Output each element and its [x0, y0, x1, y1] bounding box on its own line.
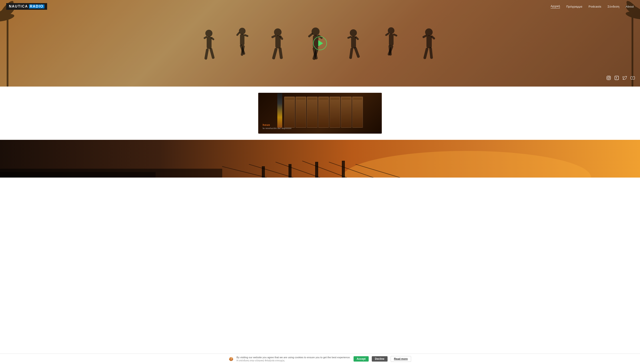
logo-nautica: NAUTICA	[9, 4, 28, 8]
svg-rect-33	[351, 36, 356, 48]
svg-rect-40	[385, 32, 389, 36]
content-section: houo la revolución del espresso	[0, 86, 640, 140]
tube-7	[352, 96, 363, 128]
svg-point-8	[205, 30, 212, 37]
svg-point-32	[350, 29, 357, 36]
play-button[interactable]	[313, 36, 327, 50]
svg-rect-17	[244, 34, 249, 37]
svg-rect-39	[389, 34, 393, 46]
svg-marker-55	[632, 77, 633, 78]
product-image: houo la revolución del espresso	[258, 93, 382, 134]
header: NAUTICA RADIO Αρχική Πρόγραμμα Podcasts …	[0, 0, 640, 13]
svg-rect-36	[349, 48, 353, 59]
svg-point-20	[274, 28, 282, 36]
hero-section: f	[0, 0, 640, 86]
svg-rect-65	[289, 164, 291, 178]
svg-rect-66	[316, 162, 318, 178]
svg-point-14	[239, 28, 246, 34]
svg-rect-48	[423, 48, 429, 59]
svg-rect-49	[429, 47, 433, 59]
twitter-icon[interactable]	[622, 76, 627, 80]
svg-rect-12	[204, 48, 209, 60]
logo-radio: RADIO	[29, 4, 45, 8]
main-nav: Αρχική Πρόγραμμα Podcasts Σύνδεση About	[551, 4, 634, 8]
dancing-silhouettes	[0, 16, 640, 86]
bottom-decoration	[0, 140, 640, 178]
nav-home[interactable]: Αρχική	[551, 4, 560, 8]
svg-rect-69	[0, 172, 155, 178]
tube-6	[341, 96, 352, 128]
svg-rect-9	[207, 36, 211, 49]
svg-rect-15	[240, 34, 245, 46]
tube-5	[330, 96, 340, 128]
tube-2	[296, 96, 306, 128]
svg-rect-45	[426, 36, 432, 48]
svg-rect-37	[354, 47, 360, 58]
bottom-section	[0, 140, 640, 178]
tube-1	[284, 96, 295, 128]
svg-rect-24	[272, 48, 278, 60]
svg-rect-16	[236, 32, 240, 36]
svg-point-51	[608, 77, 609, 79]
svg-text:f: f	[616, 76, 617, 79]
svg-rect-28	[308, 33, 313, 38]
youtube-icon[interactable]	[630, 76, 635, 80]
nav-program[interactable]: Πρόγραμμα	[566, 5, 582, 8]
nav-signin[interactable]: Σύνδεση	[607, 5, 619, 8]
svg-point-52	[609, 76, 610, 77]
brand-text: houo la revolución del espresso	[263, 124, 292, 130]
svg-rect-50	[607, 76, 611, 80]
svg-rect-21	[275, 36, 281, 48]
instagram-icon[interactable]	[606, 76, 611, 80]
svg-rect-13	[209, 48, 215, 59]
svg-rect-25	[278, 47, 283, 59]
facebook-icon[interactable]: f	[614, 76, 619, 80]
tube-3	[307, 96, 318, 128]
nav-podcasts[interactable]: Podcasts	[589, 5, 601, 8]
brush	[277, 93, 282, 128]
social-icons: f	[606, 76, 635, 80]
tube-4	[318, 96, 329, 128]
nav-about[interactable]: About	[626, 5, 634, 8]
svg-rect-67	[342, 161, 344, 178]
svg-rect-64	[262, 166, 265, 178]
logo[interactable]: NAUTICA RADIO	[6, 3, 47, 10]
